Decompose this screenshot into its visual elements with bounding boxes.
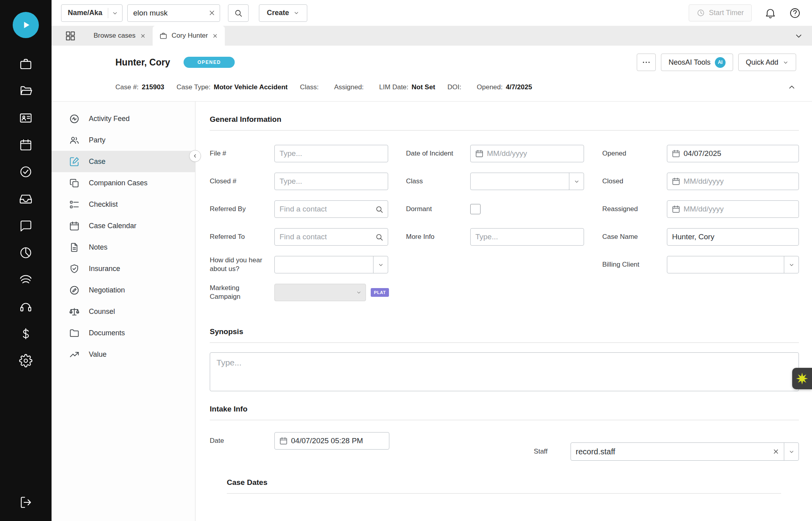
billing-client-input[interactable] — [667, 256, 784, 273]
create-button[interactable]: Create — [259, 4, 307, 22]
calendar-icon[interactable] — [475, 149, 484, 158]
calendar-icon — [19, 138, 33, 152]
sidebar-item-negotiation[interactable]: Negotiation — [52, 279, 195, 301]
class-select[interactable] — [470, 173, 584, 190]
rail-settings-button[interactable] — [19, 354, 33, 367]
case-content: General Information File # Closed # — [195, 102, 812, 521]
calendar-icon[interactable] — [672, 205, 680, 213]
notifications-button[interactable] — [764, 7, 776, 19]
dropdown-toggle[interactable] — [784, 443, 799, 460]
briefcase-icon — [19, 57, 33, 71]
section-heading-intake: Intake Info — [210, 405, 799, 413]
quick-add-button[interactable]: Quick Add — [738, 54, 796, 71]
help-icon — [789, 7, 801, 19]
referred-to-input[interactable] — [275, 229, 375, 245]
rail-inbox-button[interactable] — [19, 192, 33, 206]
marketing-campaign-input[interactable] — [275, 284, 352, 301]
search-clear-button[interactable] — [208, 9, 216, 17]
bell-icon — [764, 7, 776, 19]
case-name-input[interactable] — [667, 229, 799, 245]
search-button[interactable] — [228, 4, 249, 22]
dropdown-toggle[interactable] — [569, 173, 584, 190]
field-marketing-campaign: Marketing Campaign PLAT — [210, 284, 388, 301]
folder-icon — [69, 328, 80, 338]
marketing-campaign-select[interactable] — [274, 284, 366, 301]
tab-overflow-button[interactable] — [794, 31, 803, 40]
tab-cory-hunter[interactable]: Cory Hunter — [153, 26, 225, 46]
synopsis-textarea[interactable] — [210, 352, 799, 391]
collapse-header-button[interactable] — [787, 83, 796, 92]
sidebar-item-activity-feed[interactable]: Activity Feed — [52, 108, 195, 129]
tab-browse-cases[interactable]: Browse cases — [87, 26, 153, 46]
rail-billing-button[interactable] — [19, 327, 33, 340]
sidebar-item-checklist[interactable]: Checklist — [52, 194, 195, 215]
rail-messages-button[interactable] — [19, 219, 33, 233]
status-badge: OPENED — [184, 57, 235, 68]
calendar-icon[interactable] — [672, 149, 680, 158]
chevron-left-icon — [192, 153, 198, 159]
logout-button[interactable] — [19, 496, 33, 509]
search-contact-button[interactable] — [375, 205, 383, 213]
rail-files-button[interactable] — [19, 84, 33, 98]
clear-staff-button[interactable] — [772, 448, 779, 455]
staff-input[interactable] — [571, 443, 772, 460]
sidebar-item-case-calendar[interactable]: Case Calendar — [52, 215, 195, 236]
date-of-incident-input[interactable] — [484, 145, 584, 162]
calendar-icon[interactable] — [279, 436, 288, 445]
app-logo[interactable] — [13, 12, 39, 38]
rail-intake-button[interactable] — [19, 273, 33, 286]
case-meta-row: Case #:215903 Case Type:Motor Vehicle Ac… — [115, 83, 796, 92]
rail-cases-button[interactable] — [19, 57, 33, 71]
rail-calls-button[interactable] — [19, 300, 33, 313]
closed-date-input[interactable] — [680, 173, 799, 190]
assistant-fab-button[interactable] — [792, 368, 812, 389]
tab-close-button[interactable] — [212, 33, 218, 39]
tab-close-button[interactable] — [140, 33, 146, 39]
sidebar-item-companion-cases[interactable]: Companion Cases — [52, 172, 195, 194]
search-icon — [234, 9, 243, 17]
neosai-tools-button[interactable]: NeosAI Tools AI — [661, 54, 733, 71]
sidebar-item-documents[interactable]: Documents — [52, 322, 195, 344]
how-hear-select[interactable] — [274, 256, 388, 273]
dropdown-toggle[interactable] — [373, 256, 388, 273]
sidebar-item-case[interactable]: Case — [52, 151, 195, 172]
calendar-icon[interactable] — [672, 177, 680, 186]
closed-number-input[interactable] — [275, 173, 388, 190]
sidebar-item-value[interactable]: Value — [52, 344, 195, 365]
dropdown-toggle[interactable] — [352, 290, 366, 295]
field-how-hear: How did you hear about us? — [210, 256, 388, 273]
start-timer-button[interactable]: Start Timer — [689, 4, 752, 21]
dropdown-toggle[interactable] — [784, 256, 799, 273]
rail-contacts-button[interactable] — [19, 111, 33, 125]
how-hear-input[interactable] — [275, 256, 373, 273]
grid-icon — [65, 31, 76, 41]
staff-combobox[interactable] — [571, 442, 799, 461]
file-number-input[interactable] — [275, 145, 388, 162]
more-info-input[interactable] — [471, 229, 584, 245]
rail-tasks-button[interactable] — [19, 165, 33, 179]
more-options-button[interactable] — [637, 54, 656, 71]
help-button[interactable] — [789, 7, 801, 19]
dormant-checkbox[interactable] — [470, 204, 481, 214]
sidebar-item-counsel[interactable]: Counsel — [52, 301, 195, 322]
search-input[interactable] — [133, 9, 208, 17]
close-icon — [212, 33, 218, 39]
opened-date-input[interactable] — [680, 145, 799, 162]
sidebar-item-notes[interactable]: Notes — [52, 236, 195, 258]
chevron-down-icon — [789, 449, 795, 455]
reassigned-date-input[interactable] — [680, 201, 799, 217]
sidebar-item-insurance[interactable]: Insurance — [52, 258, 195, 279]
rail-reports-button[interactable] — [19, 246, 33, 260]
case-header: Hunter, Cory OPENED NeosAI Tools AI Quic… — [52, 46, 812, 102]
rail-calendar-button[interactable] — [19, 138, 33, 152]
class-input[interactable] — [471, 173, 569, 190]
dashboard-button[interactable] — [65, 31, 76, 41]
topbar-right: Start Timer — [689, 4, 801, 21]
referred-by-input[interactable] — [275, 201, 375, 217]
sidebar-item-party[interactable]: Party — [52, 129, 195, 151]
intake-date-input[interactable] — [288, 433, 389, 449]
collapse-nav-button[interactable] — [189, 150, 201, 162]
search-category-dropdown[interactable]: Name/Aka — [61, 4, 123, 22]
search-contact-button[interactable] — [375, 233, 383, 241]
billing-client-select[interactable] — [667, 256, 799, 273]
